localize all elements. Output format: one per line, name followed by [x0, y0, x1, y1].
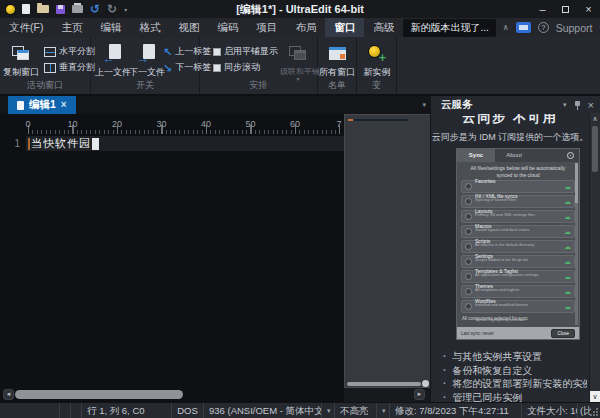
close-button[interactable]: ×	[577, 0, 600, 18]
document-map[interactable]	[344, 114, 430, 388]
new-instance-button[interactable]: + 新实例	[358, 41, 396, 79]
promo-tab-about: About	[495, 149, 533, 162]
minimap-line	[348, 119, 408, 121]
redo-icon[interactable]: ↻	[107, 4, 117, 14]
group-arrange: 启用平铺显示 同步滚动 级联和平铺 ▾ 安排	[200, 37, 318, 94]
scroll-down-icon[interactable]: ∨	[590, 391, 600, 402]
sync-item-icon	[465, 303, 472, 310]
tab-home[interactable]: 主页	[52, 18, 91, 37]
open-file-icon[interactable]	[37, 5, 49, 13]
new-file-icon[interactable]	[22, 4, 30, 14]
highlight-dropdown-icon[interactable]: ▾	[376, 403, 389, 418]
ultraedit-logo-icon[interactable]	[5, 4, 16, 15]
cloud-icon: ☁	[564, 213, 571, 221]
document-tab-edit1[interactable]: 编辑1 ×	[8, 96, 76, 114]
cascade-tile-icon	[289, 46, 307, 61]
editor-text[interactable]: 当快软件园	[31, 136, 91, 151]
group-label-arrange: 安排	[200, 79, 317, 92]
idm-badge-icon[interactable]	[516, 22, 531, 33]
group-label-list: 名单	[318, 79, 356, 92]
tab-project[interactable]: 项目	[247, 18, 286, 37]
split-horizontal-button[interactable]: 水平分割	[44, 45, 95, 58]
split-vertical-icon	[44, 63, 56, 73]
status-bar: 行 1, 列 6, C0 DOS 936 (ANSI/OEM - 简体中文 GB…	[0, 402, 600, 418]
panel-scrollbar[interactable]: ∧ ∨	[589, 113, 600, 402]
panel-close-icon[interactable]: ×	[588, 100, 594, 110]
split-horizontal-icon	[44, 47, 56, 57]
new-version-notification[interactable]: 新的版本出现了...	[403, 19, 495, 37]
tab-file[interactable]: 文件(F)	[0, 18, 52, 37]
minimap-scroll-knob[interactable]	[422, 380, 429, 387]
line-number: 1	[0, 138, 20, 149]
tab-edit[interactable]: 编辑	[91, 18, 130, 37]
menubar-right: 新的版本出现了... ∧ ? Support ▾	[403, 19, 600, 37]
active-line[interactable]: 当快软件园	[26, 136, 344, 151]
tab-encoding[interactable]: 编码	[208, 18, 247, 37]
split-vertical-button[interactable]: 垂直分割	[44, 61, 95, 74]
tab-window[interactable]: 窗口	[325, 18, 364, 37]
tab-view[interactable]: 视图	[169, 18, 208, 37]
status-encoding[interactable]: 936 (ANSI/OEM - 简体中文 GBK)	[203, 403, 321, 418]
next-file-button[interactable]: → 下一文件	[128, 41, 166, 79]
ribbon: 复制窗口 水平分割 垂直分割 活动窗口 ← 上一文件 → 下一文件 ↖	[0, 37, 600, 96]
promo-close-button: Close	[551, 329, 575, 338]
prev-file-icon: ←	[104, 44, 122, 62]
promo-footer-bar: Last sync: never Close	[457, 327, 579, 339]
window-title: [编辑1*] - UltraEdit 64-bit	[120, 2, 480, 17]
panel-scroll-thumb[interactable]	[592, 126, 598, 172]
promo-tab-bar: Sync About	[457, 149, 579, 162]
minimap-scrollbar[interactable]	[347, 382, 421, 386]
tiled-view-checkbox[interactable]: 启用平铺显示	[213, 45, 278, 58]
cloud-icon: ☁	[564, 228, 571, 236]
cloud-icon: ☁	[564, 288, 571, 296]
panel-pin-icon[interactable]	[575, 101, 580, 109]
encoding-dropdown-icon[interactable]: ▾	[321, 403, 334, 418]
help-icon[interactable]: ?	[538, 22, 549, 33]
sync-item-icon	[465, 183, 472, 190]
cloud-icon: ☁	[564, 198, 571, 206]
cloud-icon: ☁	[564, 243, 571, 251]
group-label-active-window: 活动窗口	[0, 79, 90, 92]
scroll-up-icon[interactable]: ∧	[590, 113, 600, 125]
scroll-left-icon[interactable]: ◄	[3, 389, 14, 400]
support-menu[interactable]: Support	[556, 22, 593, 34]
undo-icon[interactable]: ↺	[90, 4, 100, 14]
maximize-button[interactable]	[554, 0, 577, 18]
status-highlight-mode[interactable]: 不高亮	[334, 403, 376, 418]
resize-grip[interactable]	[591, 403, 600, 418]
minimize-button[interactable]: –	[531, 0, 554, 18]
prev-file-button[interactable]: ← 上一文件	[94, 41, 132, 79]
cloud-sync-heading: 云同步 不可用	[431, 114, 589, 126]
group-list: 所有窗口 名单	[318, 37, 357, 94]
group-active-window: 复制窗口 水平分割 垂直分割 活动窗口	[0, 37, 91, 94]
all-windows-button[interactable]: 所有窗口	[318, 41, 356, 79]
qat-dropdown-icon[interactable]: ▾	[124, 6, 127, 13]
cloud-icon: ☁	[564, 303, 571, 311]
hscroll-thumb[interactable]	[15, 390, 183, 399]
next-tab-icon: ↘	[163, 63, 172, 73]
ribbon-tab-bar: 文件(F) 主页 编辑 格式 视图 编码 项目 布局 窗口 高级 新的版本出现了…	[0, 18, 600, 37]
save-icon[interactable]	[56, 5, 65, 14]
collapse-ribbon-icon[interactable]: ∧	[503, 23, 509, 32]
tab-format[interactable]: 格式	[130, 18, 169, 37]
print-icon[interactable]	[72, 5, 83, 13]
status-empty	[59, 403, 70, 418]
group-label-instance: 变	[357, 79, 396, 92]
horizontal-scrollbar[interactable]: ◄ ►	[0, 388, 428, 401]
panel-header: 云服务 ▾ ×	[431, 96, 600, 113]
editor-area[interactable]: 0 10 20 30 40 50 60 7 1 当快软件园	[0, 114, 344, 402]
cloud-services-panel: 云服务 ▾ × 云同步 不可用 云同步是为 IDM 订阅提供的一个选项。 Syn…	[430, 96, 600, 402]
group-instance: + 新实例 变	[357, 37, 397, 94]
status-truncated: (比	[577, 403, 591, 418]
tab-list-dropdown-icon[interactable]: ▾	[422, 101, 426, 109]
status-line-ending[interactable]: DOS	[171, 403, 203, 418]
panel-title: 云服务	[441, 98, 555, 112]
sync-scroll-checkbox[interactable]: 同步滚动	[213, 61, 260, 74]
duplicate-window-button[interactable]: 复制窗口	[2, 41, 40, 79]
group-label-switch: 开关	[91, 79, 199, 92]
tab-close-icon[interactable]: ×	[61, 100, 67, 110]
tab-layout[interactable]: 布局	[286, 18, 325, 37]
scroll-right-icon[interactable]: ►	[414, 389, 425, 400]
panel-dropdown-icon[interactable]: ▾	[563, 101, 567, 109]
tab-advanced[interactable]: 高级	[364, 18, 403, 37]
